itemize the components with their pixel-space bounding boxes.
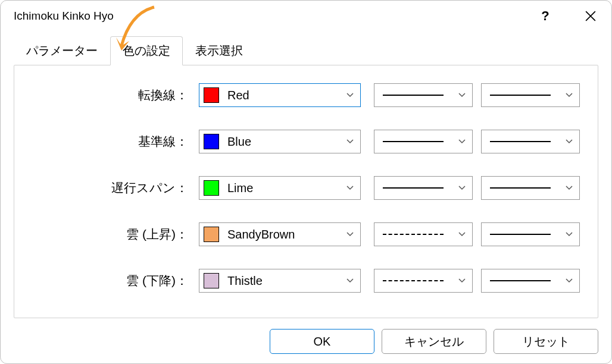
- color-name: SandyBrown: [227, 228, 340, 241]
- line-width-select[interactable]: [481, 176, 580, 200]
- line-width-select[interactable]: [481, 269, 580, 293]
- line-width-preview: [482, 95, 559, 96]
- tab-panel-colors: 転換線：Red基準線：Blue遅行スパン：Lime雲 (上昇)：SandyBro…: [14, 65, 598, 318]
- color-name: Blue: [227, 135, 340, 149]
- chevron-down-icon: [559, 137, 579, 146]
- row-label: 基準線：: [32, 133, 199, 150]
- row-label: 転換線：: [32, 87, 199, 103]
- line-width-select[interactable]: [481, 130, 580, 153]
- color-row: 雲 (上昇)：SandyBrown: [32, 222, 580, 246]
- dialog-window: Ichimoku Kinko Hyo ? パラメーター 色の設定 表示選択 転換…: [0, 0, 612, 364]
- color-swatch: [204, 227, 219, 242]
- chevron-down-icon: [340, 137, 360, 146]
- chevron-down-icon: [340, 230, 360, 239]
- color-select[interactable]: Red: [199, 83, 361, 107]
- line-width-preview: [482, 234, 559, 235]
- chevron-down-icon: [559, 277, 579, 285]
- color-select[interactable]: Lime: [199, 176, 361, 200]
- reset-button[interactable]: リセット: [494, 329, 598, 354]
- window-title: Ichimoku Kinko Hyo: [14, 10, 532, 23]
- row-label: 雲 (下降)：: [32, 272, 199, 289]
- line-style-preview: [374, 187, 452, 189]
- chevron-down-icon: [340, 184, 360, 192]
- chevron-down-icon: [452, 230, 472, 239]
- tab-colors[interactable]: 色の設定: [110, 36, 183, 65]
- chevron-down-icon: [340, 277, 360, 285]
- line-width-preview: [482, 280, 559, 281]
- line-style-select[interactable]: [374, 130, 473, 153]
- tab-display[interactable]: 表示選択: [183, 36, 255, 65]
- color-select[interactable]: SandyBrown: [199, 222, 361, 246]
- row-label: 雲 (上昇)：: [32, 226, 199, 243]
- line-width-preview: [482, 141, 559, 142]
- chevron-down-icon: [559, 91, 579, 99]
- line-width-preview: [482, 187, 559, 189]
- line-style-select[interactable]: [374, 176, 473, 200]
- tabs: パラメーター 色の設定 表示選択: [1, 36, 611, 65]
- color-name: Thistle: [227, 274, 340, 288]
- line-style-preview: [374, 141, 452, 142]
- color-swatch: [204, 180, 219, 196]
- chevron-down-icon: [559, 184, 579, 192]
- row-label: 遅行スパン：: [32, 180, 199, 196]
- ok-button[interactable]: OK: [270, 329, 374, 354]
- chevron-down-icon: [340, 91, 360, 99]
- line-style-preview: [374, 280, 452, 281]
- color-swatch: [204, 273, 219, 288]
- line-width-select[interactable]: [481, 222, 580, 246]
- color-swatch: [204, 134, 219, 149]
- color-row: 基準線：Blue: [32, 130, 580, 153]
- cancel-button[interactable]: キャンセル: [382, 329, 486, 354]
- line-style-select[interactable]: [374, 269, 473, 293]
- chevron-down-icon: [452, 277, 472, 285]
- color-select[interactable]: Blue: [199, 130, 361, 153]
- color-swatch: [204, 87, 219, 103]
- color-name: Lime: [227, 181, 340, 195]
- chevron-down-icon: [452, 137, 472, 146]
- help-icon[interactable]: ?: [532, 4, 559, 28]
- titlebar-controls: ?: [532, 4, 604, 28]
- line-style-select[interactable]: [374, 83, 473, 107]
- color-select[interactable]: Thistle: [199, 269, 361, 293]
- color-row: 遅行スパン：Lime: [32, 176, 580, 200]
- chevron-down-icon: [559, 230, 579, 239]
- titlebar: Ichimoku Kinko Hyo ?: [1, 1, 611, 32]
- tab-parameters[interactable]: パラメーター: [14, 36, 110, 65]
- chevron-down-icon: [452, 184, 472, 192]
- line-style-preview: [374, 234, 452, 235]
- line-style-preview: [374, 95, 452, 96]
- close-icon[interactable]: [577, 4, 604, 28]
- line-style-select[interactable]: [374, 222, 473, 246]
- color-name: Red: [227, 89, 340, 102]
- dialog-buttons: OK キャンセル リセット: [1, 318, 611, 354]
- chevron-down-icon: [452, 91, 472, 99]
- color-row: 転換線：Red: [32, 83, 580, 107]
- color-row: 雲 (下降)：Thistle: [32, 269, 580, 293]
- line-width-select[interactable]: [481, 83, 580, 107]
